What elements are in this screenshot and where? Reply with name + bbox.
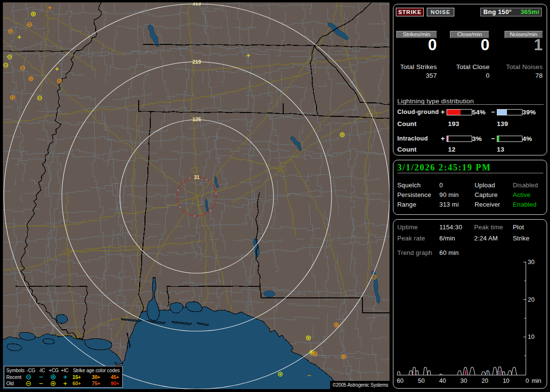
svg-text:20: 20 xyxy=(528,296,535,303)
svg-text:Old: Old xyxy=(6,381,14,386)
svg-text:50: 50 xyxy=(418,378,425,384)
svg-text:Strike age color codes: Strike age color codes xyxy=(73,368,120,373)
svg-text:min: min xyxy=(532,378,541,384)
svg-text:+IC: +IC xyxy=(61,368,69,373)
svg-text:0: 0 xyxy=(526,378,529,384)
svg-text:60: 60 xyxy=(397,378,404,384)
svg-text:30: 30 xyxy=(461,378,467,384)
svg-text:Symbols: Symbols xyxy=(6,368,25,373)
svg-text:©2005 Astrogenic Systems: ©2005 Astrogenic Systems xyxy=(333,382,389,388)
svg-text:20: 20 xyxy=(481,378,488,384)
svg-text:40: 40 xyxy=(439,378,446,384)
svg-text:10: 10 xyxy=(503,378,509,384)
svg-text:31: 31 xyxy=(194,174,200,180)
svg-text:15+: 15+ xyxy=(72,374,81,380)
svg-text:-IC: -IC xyxy=(39,368,45,373)
svg-text:75+: 75+ xyxy=(92,380,100,386)
svg-text:219: 219 xyxy=(192,59,201,65)
svg-text:Recent: Recent xyxy=(6,375,21,380)
svg-text:60+: 60+ xyxy=(72,380,81,386)
svg-text:30: 30 xyxy=(528,259,535,266)
svg-text:+CG: +CG xyxy=(49,368,59,373)
svg-text:10: 10 xyxy=(528,334,535,340)
svg-text:30+: 30+ xyxy=(92,374,100,380)
svg-text:45+: 45+ xyxy=(111,374,119,380)
svg-text:90+: 90+ xyxy=(111,380,119,386)
svg-text:313: 313 xyxy=(192,2,201,6)
svg-text:-CG: -CG xyxy=(27,368,35,373)
svg-text:125: 125 xyxy=(192,116,201,122)
